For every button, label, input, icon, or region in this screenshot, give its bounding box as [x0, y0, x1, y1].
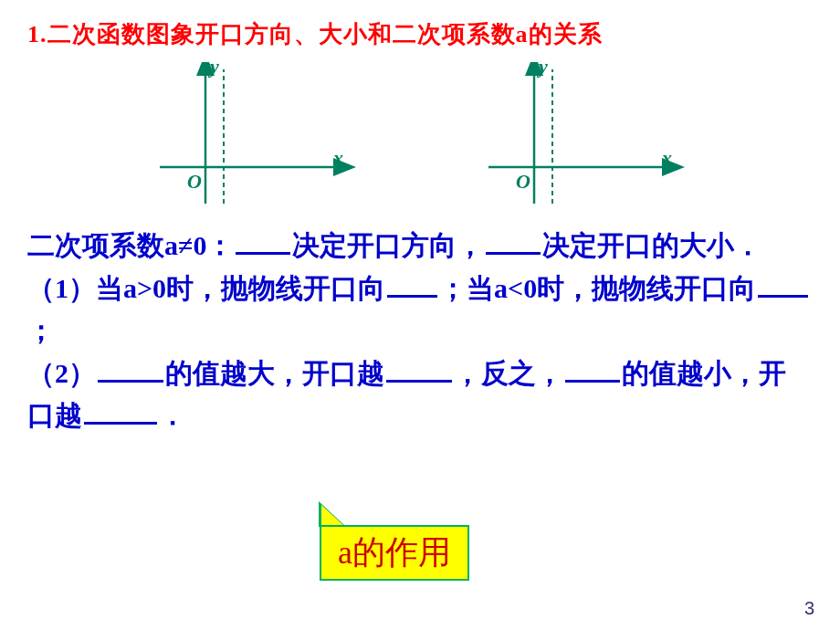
- callout-box: a的作用: [320, 525, 469, 581]
- text-part: 决定开口的大小．: [542, 230, 761, 260]
- coordinate-graph-left: y x O: [155, 62, 356, 208]
- coordinate-graph-right: y x O: [484, 62, 685, 208]
- graphs-container: y x O y x O: [0, 62, 840, 208]
- text-part: ；: [27, 315, 55, 345]
- y-axis-label: y: [536, 62, 548, 78]
- y-axis-label: y: [207, 62, 219, 78]
- blank-fill: [84, 401, 157, 425]
- blank-fill: [758, 274, 808, 298]
- text-part: ，反之，: [454, 358, 563, 388]
- text-part: ．: [159, 400, 186, 430]
- blank-fill: [386, 359, 452, 383]
- text-body: 二次项系数a≠0：决定开口方向，决定开口的大小． （1）当a>0时，抛物线开口向…: [0, 225, 840, 437]
- text-part: 决定开口方向，: [292, 230, 484, 260]
- text-part: （2）: [27, 358, 96, 388]
- text-part: 二次项系数a≠0：: [27, 230, 234, 260]
- text-part: ；当a<0时，抛物线开口向: [439, 273, 756, 303]
- callout-arrow: [321, 505, 345, 527]
- origin-label: O: [516, 170, 530, 193]
- callout-container: a的作用: [320, 525, 469, 581]
- x-axis-label: x: [332, 146, 343, 169]
- text-part: （1）当a>0时，抛物线开口向: [27, 273, 385, 303]
- origin-label: O: [187, 170, 202, 193]
- blank-fill: [486, 231, 541, 255]
- blank-fill: [565, 359, 620, 383]
- blank-fill: [236, 231, 290, 255]
- section-title: 1.二次函数图象开口方向、大小和二次项系数a的关系: [0, 0, 840, 58]
- text-part: 的值越大，开口越: [165, 358, 384, 388]
- blank-fill: [387, 274, 437, 298]
- x-axis-label: x: [661, 146, 672, 169]
- page-number: 3: [804, 598, 814, 619]
- blank-fill: [98, 359, 163, 383]
